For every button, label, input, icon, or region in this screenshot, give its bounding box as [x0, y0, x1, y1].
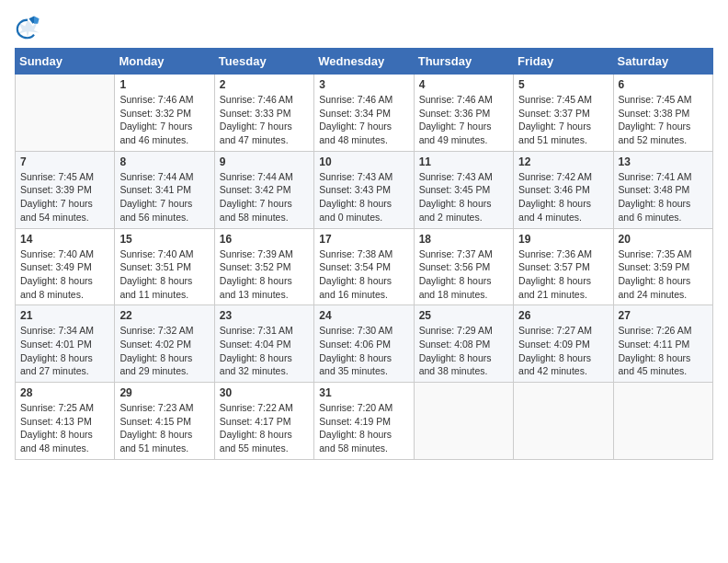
calendar-cell: 10Sunrise: 7:43 AMSunset: 3:43 PMDayligh…: [314, 151, 414, 228]
day-info: Sunrise: 7:44 AMSunset: 3:41 PMDaylight:…: [119, 170, 209, 224]
header-sunday: Sunday: [16, 49, 115, 75]
calendar-cell: 30Sunrise: 7:22 AMSunset: 4:17 PMDayligh…: [214, 383, 313, 460]
day-number: 22: [119, 309, 209, 322]
calendar-cell: 16Sunrise: 7:39 AMSunset: 3:52 PMDayligh…: [214, 228, 313, 305]
calendar-week-3: 21Sunrise: 7:34 AMSunset: 4:01 PMDayligh…: [16, 305, 713, 383]
day-info: Sunrise: 7:35 AMSunset: 3:59 PMDaylight:…: [619, 247, 708, 302]
day-number: 9: [220, 155, 309, 168]
day-info: Sunrise: 7:45 AMSunset: 3:39 PMDaylight:…: [20, 170, 109, 224]
day-info: Sunrise: 7:40 AMSunset: 3:51 PMDaylight:…: [119, 247, 209, 302]
calendar-cell: 21Sunrise: 7:34 AMSunset: 4:01 PMDayligh…: [16, 305, 115, 383]
calendar-cell: 6Sunrise: 7:45 AMSunset: 3:38 PMDaylight…: [613, 75, 712, 152]
day-number: 30: [220, 386, 309, 399]
calendar-cell: 1Sunrise: 7:46 AMSunset: 3:32 PMDaylight…: [115, 75, 214, 152]
calendar-cell: [514, 383, 613, 460]
calendar-week-4: 28Sunrise: 7:25 AMSunset: 4:13 PMDayligh…: [16, 383, 713, 460]
day-number: 25: [419, 309, 508, 322]
calendar-cell: 9Sunrise: 7:44 AMSunset: 3:42 PMDaylight…: [214, 151, 313, 228]
day-number: 20: [619, 233, 708, 246]
day-number: 3: [319, 78, 408, 91]
day-number: 26: [518, 309, 608, 322]
day-number: 18: [419, 233, 508, 246]
day-number: 4: [419, 78, 508, 91]
day-number: 31: [319, 386, 408, 399]
header-friday: Friday: [514, 49, 613, 75]
calendar-cell: 8Sunrise: 7:44 AMSunset: 3:41 PMDaylight…: [115, 151, 214, 228]
day-number: 14: [20, 233, 109, 246]
header-wednesday: Wednesday: [314, 49, 414, 75]
day-number: 13: [619, 155, 708, 168]
calendar-cell: 17Sunrise: 7:38 AMSunset: 3:54 PMDayligh…: [314, 228, 414, 305]
calendar-body: 1Sunrise: 7:46 AMSunset: 3:32 PMDaylight…: [16, 75, 713, 460]
calendar-cell: 7Sunrise: 7:45 AMSunset: 3:39 PMDaylight…: [16, 151, 115, 228]
day-info: Sunrise: 7:43 AMSunset: 3:43 PMDaylight:…: [319, 170, 408, 224]
day-info: Sunrise: 7:45 AMSunset: 3:37 PMDaylight:…: [518, 93, 608, 147]
header-saturday: Saturday: [613, 49, 712, 75]
calendar-cell: 26Sunrise: 7:27 AMSunset: 4:09 PMDayligh…: [514, 305, 613, 383]
day-number: 6: [619, 78, 708, 91]
calendar-cell: 3Sunrise: 7:46 AMSunset: 3:34 PMDaylight…: [314, 75, 414, 152]
calendar-cell: 20Sunrise: 7:35 AMSunset: 3:59 PMDayligh…: [613, 228, 712, 305]
calendar-week-1: 7Sunrise: 7:45 AMSunset: 3:39 PMDaylight…: [16, 151, 713, 228]
day-info: Sunrise: 7:34 AMSunset: 4:01 PMDaylight:…: [20, 324, 109, 378]
calendar-cell: 13Sunrise: 7:41 AMSunset: 3:48 PMDayligh…: [613, 151, 712, 228]
calendar-cell: 22Sunrise: 7:32 AMSunset: 4:02 PMDayligh…: [115, 305, 214, 383]
day-number: 21: [20, 309, 109, 322]
day-info: Sunrise: 7:25 AMSunset: 4:13 PMDaylight:…: [20, 401, 109, 455]
calendar-week-2: 14Sunrise: 7:40 AMSunset: 3:49 PMDayligh…: [16, 228, 713, 305]
day-info: Sunrise: 7:30 AMSunset: 4:06 PMDaylight:…: [319, 324, 408, 378]
day-info: Sunrise: 7:26 AMSunset: 4:11 PMDaylight:…: [619, 324, 708, 378]
calendar-cell: 28Sunrise: 7:25 AMSunset: 4:13 PMDayligh…: [16, 383, 115, 460]
calendar-week-0: 1Sunrise: 7:46 AMSunset: 3:32 PMDaylight…: [16, 75, 713, 152]
day-number: 23: [220, 309, 309, 322]
day-number: 29: [119, 386, 209, 399]
header-tuesday: Tuesday: [214, 49, 313, 75]
calendar-table: SundayMondayTuesdayWednesdayThursdayFrid…: [15, 48, 713, 460]
day-info: Sunrise: 7:39 AMSunset: 3:52 PMDaylight:…: [220, 247, 309, 302]
day-info: Sunrise: 7:31 AMSunset: 4:04 PMDaylight:…: [220, 324, 309, 378]
calendar-cell: 18Sunrise: 7:37 AMSunset: 3:56 PMDayligh…: [414, 228, 513, 305]
day-info: Sunrise: 7:38 AMSunset: 3:54 PMDaylight:…: [319, 247, 408, 302]
day-info: Sunrise: 7:41 AMSunset: 3:48 PMDaylight:…: [619, 170, 708, 224]
day-number: 10: [319, 155, 408, 168]
calendar-cell: 27Sunrise: 7:26 AMSunset: 4:11 PMDayligh…: [613, 305, 712, 383]
calendar-cell: 2Sunrise: 7:46 AMSunset: 3:33 PMDaylight…: [214, 75, 313, 152]
calendar-cell: 31Sunrise: 7:20 AMSunset: 4:19 PMDayligh…: [314, 383, 414, 460]
day-number: 19: [518, 233, 608, 246]
calendar-cell: 24Sunrise: 7:30 AMSunset: 4:06 PMDayligh…: [314, 305, 414, 383]
day-info: Sunrise: 7:44 AMSunset: 3:42 PMDaylight:…: [220, 170, 309, 224]
page-header: [15, 15, 713, 40]
calendar-cell: 25Sunrise: 7:29 AMSunset: 4:08 PMDayligh…: [414, 305, 513, 383]
calendar-cell: 23Sunrise: 7:31 AMSunset: 4:04 PMDayligh…: [214, 305, 313, 383]
calendar-cell: [414, 383, 513, 460]
calendar-cell: 29Sunrise: 7:23 AMSunset: 4:15 PMDayligh…: [115, 383, 214, 460]
calendar-cell: 14Sunrise: 7:40 AMSunset: 3:49 PMDayligh…: [16, 228, 115, 305]
day-number: 16: [220, 233, 309, 246]
day-info: Sunrise: 7:27 AMSunset: 4:09 PMDaylight:…: [518, 324, 608, 378]
day-info: Sunrise: 7:46 AMSunset: 3:36 PMDaylight:…: [419, 93, 508, 147]
day-number: 17: [319, 233, 408, 246]
calendar-cell: 15Sunrise: 7:40 AMSunset: 3:51 PMDayligh…: [115, 228, 214, 305]
day-number: 28: [20, 386, 109, 399]
day-number: 27: [619, 309, 708, 322]
calendar-cell: 11Sunrise: 7:43 AMSunset: 3:45 PMDayligh…: [414, 151, 513, 228]
logo: [15, 15, 44, 40]
day-info: Sunrise: 7:46 AMSunset: 3:34 PMDaylight:…: [319, 93, 408, 147]
day-number: 5: [518, 78, 608, 91]
day-info: Sunrise: 7:20 AMSunset: 4:19 PMDaylight:…: [319, 401, 408, 455]
header-monday: Monday: [115, 49, 214, 75]
day-info: Sunrise: 7:46 AMSunset: 3:33 PMDaylight:…: [220, 93, 309, 147]
header-thursday: Thursday: [414, 49, 513, 75]
day-info: Sunrise: 7:37 AMSunset: 3:56 PMDaylight:…: [419, 247, 508, 302]
day-info: Sunrise: 7:23 AMSunset: 4:15 PMDaylight:…: [119, 401, 209, 455]
day-number: 8: [119, 155, 209, 168]
day-info: Sunrise: 7:32 AMSunset: 4:02 PMDaylight:…: [119, 324, 209, 378]
calendar-cell: 4Sunrise: 7:46 AMSunset: 3:36 PMDaylight…: [414, 75, 513, 152]
calendar-header-row: SundayMondayTuesdayWednesdayThursdayFrid…: [16, 49, 713, 75]
day-number: 12: [518, 155, 608, 168]
calendar-cell: [613, 383, 712, 460]
day-number: 1: [119, 78, 209, 91]
day-info: Sunrise: 7:40 AMSunset: 3:49 PMDaylight:…: [20, 247, 109, 302]
day-number: 15: [119, 233, 209, 246]
day-number: 11: [419, 155, 508, 168]
